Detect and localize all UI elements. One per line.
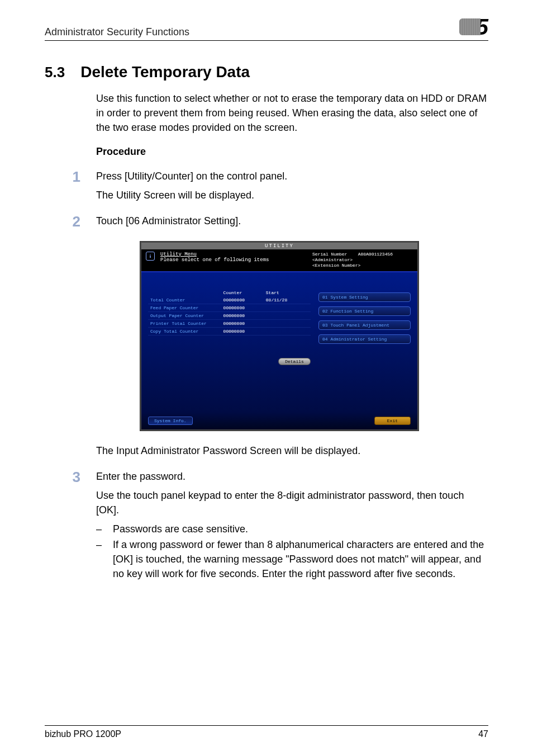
utility-menu-prompt: Please select one of following items: [160, 257, 307, 263]
menu-system-setting[interactable]: 01 System Setting: [318, 292, 411, 302]
step-1: 1 Press [Utility/Counter] on the control…: [45, 169, 488, 207]
screen-header-left: Utility Menu Please select one of follow…: [160, 252, 307, 269]
section-number: 5.3: [45, 64, 65, 81]
bullet-text: If a wrong password or fewer than 8 alph…: [113, 537, 488, 581]
exit-button[interactable]: Exit: [374, 417, 411, 425]
counter-label: Feed Paper Counter: [150, 305, 223, 310]
running-head-text: Administrator Security Functions: [45, 26, 189, 38]
dash-icon: –: [96, 537, 104, 581]
counter-row: Copy Total Counter 00000000: [148, 328, 311, 336]
utility-menu-label: Utility Menu: [160, 252, 307, 257]
step-2-result: The Input Administrator Password Screen …: [96, 443, 488, 458]
counter-col-start: Start: [266, 290, 308, 295]
counter-start: [266, 321, 308, 326]
system-info-button[interactable]: System Info.: [148, 417, 193, 425]
menu-touch-panel-adjustment[interactable]: 03 Touch Panel Adjustment: [318, 320, 411, 330]
step-body: Touch [06 Administrator Setting].: [96, 214, 488, 233]
counter-row: Feed Paper Counter 00000000: [148, 304, 311, 312]
counter-label: Copy Total Counter: [150, 329, 223, 334]
bullet-item: – If a wrong password or fewer than 8 al…: [96, 537, 488, 581]
menu-panel: 01 System Setting 02 Function Setting 03…: [318, 289, 411, 405]
counter-col-counter: Counter: [223, 290, 266, 295]
counter-value: 00000000: [223, 329, 266, 334]
counter-value: 00000000: [223, 321, 266, 326]
serial-label: Serial Number: [312, 252, 347, 257]
section-heading: 5.3 Delete Temporary Data: [45, 63, 488, 81]
menu-administrator-setting[interactable]: 04 Administrator Setting: [318, 334, 411, 344]
counter-header-row: Counter Start: [148, 289, 311, 296]
section-intro: Use this function to select whether or n…: [96, 91, 488, 135]
counter-label: Total Counter: [150, 297, 223, 303]
screen-window-title: UTILITY: [141, 243, 417, 249]
step-text: Press [Utility/Counter] on the control p…: [96, 169, 488, 183]
menu-function-setting[interactable]: 02 Function Setting: [318, 306, 411, 316]
step-text: Touch [06 Administrator Setting].: [96, 214, 488, 228]
page-footer: bizhub PRO 1200P 47: [45, 725, 488, 739]
step-number: 1: [45, 169, 80, 207]
step-3: 3 Enter the password. Use the touch pane…: [45, 469, 488, 583]
counter-panel: Counter Start Total Counter 00000000 08/…: [148, 289, 311, 405]
counter-row: Total Counter 00000000 08/11/28: [148, 296, 311, 304]
counter-start: [266, 329, 308, 334]
step-body: Enter the password. Use the touch panel …: [96, 469, 488, 583]
counter-label: Output Paper Counter: [150, 313, 223, 318]
bullet-item: – Passwords are case sensitive.: [96, 522, 488, 536]
step-number: 2: [45, 214, 80, 233]
section-title: Delete Temporary Data: [80, 63, 250, 81]
counter-label: Printer Total Counter: [150, 321, 223, 326]
running-header: Administrator Security Functions 5: [45, 16, 488, 41]
info-icon: i: [146, 252, 155, 261]
details-button[interactable]: Details: [278, 358, 311, 365]
step-text: Use the touch panel keypad to enter the …: [96, 488, 488, 517]
counter-row: Output Paper Counter 00000000: [148, 312, 311, 320]
counter-start: [266, 305, 308, 310]
step-2: 2 Touch [06 Administrator Setting].: [45, 214, 488, 233]
counter-row: Printer Total Counter 00000000: [148, 320, 311, 328]
screen-header-right: Serial Number A08A001123456 <Administrat…: [312, 252, 413, 269]
counter-value: 00000000: [223, 305, 266, 310]
counter-value: 00000000: [223, 313, 266, 318]
step-text: Enter the password.: [96, 469, 488, 484]
step-body: Press [Utility/Counter] on the control p…: [96, 169, 488, 207]
footer-product: bizhub PRO 1200P: [45, 729, 121, 739]
step-number: 3: [45, 469, 80, 583]
serial-value: A08A001123456: [358, 252, 393, 257]
extension-label: <Extension Number>: [312, 263, 413, 268]
dash-icon: –: [96, 522, 104, 536]
utility-screenshot: UTILITY i Utility Menu Please select one…: [140, 241, 419, 431]
bullet-text: Passwords are case sensitive.: [113, 522, 488, 536]
counter-start: [266, 313, 308, 318]
administrator-label: <Administrator>: [312, 257, 413, 263]
chapter-decor: [459, 18, 480, 35]
chapter-badge: 5: [459, 16, 488, 38]
counter-start: 08/11/28: [266, 297, 308, 303]
procedure-label: Procedure: [96, 146, 488, 158]
step-3-bullets: – Passwords are case sensitive. – If a w…: [96, 522, 488, 581]
counter-value: 00000000: [223, 297, 266, 303]
counter-col-blank: [150, 290, 223, 295]
footer-page-number: 47: [478, 729, 488, 739]
step-text: The Utility Screen will be displayed.: [96, 188, 488, 202]
